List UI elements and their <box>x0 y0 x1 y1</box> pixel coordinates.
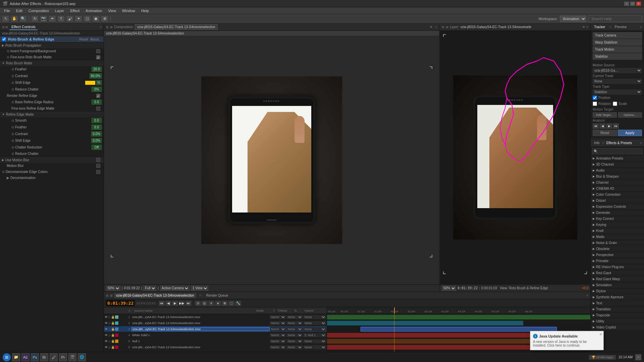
menu-edit[interactable]: Edit <box>13 8 25 13</box>
menu-animation[interactable]: Animation <box>83 8 105 13</box>
stopwatch-chatter-reduction[interactable]: ⊙ <box>11 145 14 149</box>
btn-tl-tool5[interactable]: ⊕ <box>222 301 228 306</box>
value-reduce-chatter[interactable]: 0% <box>92 87 102 92</box>
trkmat-select-4[interactable]: None <box>286 333 303 337</box>
comp-view-select[interactable]: 1 View <box>191 286 208 291</box>
trkmat-select-2[interactable]: None <box>286 321 303 325</box>
solo-icon-6[interactable]: ◎ <box>108 346 111 349</box>
tab-effect-controls[interactable]: Effect Controls <box>9 24 38 30</box>
mode-select-5[interactable]: Normi <box>270 339 286 343</box>
solo-icon-5[interactable]: ◎ <box>108 340 111 343</box>
section-refine-matte[interactable]: ▼ Refine Edge Matte <box>0 112 104 117</box>
checkbox-finetune-roto[interactable]: ✓ <box>96 55 100 59</box>
select-track-type[interactable]: Stabilize <box>593 89 642 95</box>
value-contrast[interactable]: 80.0% <box>90 73 102 78</box>
comp-viewer-tab[interactable]: vzw-j8016-GalaxyS4-EC-Track 13-S4moviese… <box>135 24 218 30</box>
section-propagation[interactable]: ▶ Roto Brush Propagation <box>0 43 104 48</box>
tool-brush[interactable]: 🖌 <box>66 15 73 22</box>
lock-icon-5[interactable]: 🔒 <box>111 340 115 343</box>
stopwatch-smooth[interactable]: ⊙ <box>11 119 14 122</box>
btn-go-start[interactable]: ⏮ <box>159 301 165 306</box>
value-base-refine-radius[interactable]: 0.0 <box>92 100 102 105</box>
tool-rotate[interactable]: ↻ <box>31 15 39 22</box>
layer-parent-6[interactable]: None <box>303 345 327 349</box>
eye-icon-6[interactable]: 👁 <box>105 346 108 349</box>
close-button[interactable]: ✕ <box>636 1 641 6</box>
layer-mode-2[interactable]: Normi <box>270 321 286 325</box>
effects-search-input[interactable] <box>598 148 641 154</box>
cat-primatte[interactable]: ▶Primatte <box>591 258 644 264</box>
cat-key-correct[interactable]: ▶Key Correct <box>591 216 644 222</box>
stopwatch-decontaminate[interactable]: ⊙ <box>2 170 5 174</box>
layer-name-6[interactable]: vzw-j80...xy54-EC-Track 13-S4movieselect… <box>131 346 270 349</box>
stopwatch-contrast-refine[interactable]: ⊙ <box>11 132 14 136</box>
layer-mode-5[interactable]: Normi <box>270 339 286 343</box>
minimize-button[interactable]: − <box>624 1 629 6</box>
btn-tl-tool3[interactable]: ≡ <box>208 301 214 306</box>
cat-distort[interactable]: ▶Distort <box>591 198 644 204</box>
value-smooth[interactable]: 0.0 <box>92 118 102 123</box>
show-desktop-button[interactable]: □ <box>635 354 641 360</box>
parent-select-6[interactable]: None <box>303 345 326 349</box>
stopwatch-shift-edge-refine[interactable]: ⊙ <box>11 139 14 142</box>
tool-eraser[interactable]: ◻ <box>84 15 91 22</box>
effect-enabled-checkbox[interactable] <box>2 37 6 41</box>
cat-expression-controls[interactable]: ▶Expression Controls <box>591 204 644 210</box>
mode-select-6[interactable]: Normi <box>270 345 286 349</box>
btn-go-end[interactable]: ⏭ <box>185 301 192 306</box>
comp-viewer-close[interactable]: ✕ <box>430 25 432 29</box>
tool-zoom[interactable]: 🔍 <box>19 15 27 22</box>
btn-tracker-apply[interactable]: Apply <box>618 130 642 136</box>
menu-help[interactable]: Help <box>139 8 152 13</box>
select-motion-source[interactable]: vzw-j8016-Ga... <box>593 68 642 73</box>
layer-trkmat-2[interactable]: None <box>286 321 303 325</box>
taskbar-premiere[interactable]: Pr <box>59 353 67 361</box>
tab-effects-presets[interactable]: Effects & Presets <box>605 140 634 145</box>
mode-select-1[interactable]: Normi <box>270 315 286 319</box>
cat-perspective[interactable]: ▶Perspective <box>591 252 644 258</box>
cat-trapcode[interactable]: ▶Trapcode <box>591 312 644 318</box>
value-chatter-reduction[interactable]: Off <box>92 145 102 150</box>
eye-icon-2[interactable]: 👁 <box>105 321 108 325</box>
solo-icon-4[interactable]: ◎ <box>108 334 111 337</box>
taskbar-bridge[interactable]: Br <box>40 353 48 361</box>
tab-tracker[interactable]: Tracker <box>593 24 607 29</box>
layer-mode-4[interactable]: Normi <box>270 333 286 337</box>
cat-revision[interactable]: ▶RE:Vision Plug-ins <box>591 264 644 270</box>
track-bar-1[interactable] <box>327 315 590 319</box>
layer-parent-1[interactable]: None <box>303 315 327 319</box>
track-bar-2[interactable] <box>327 321 523 325</box>
mode-select-4[interactable]: Normi <box>270 333 286 337</box>
btn-next-frame[interactable]: ▶▶ <box>179 301 185 306</box>
checkbox-finetune-refine[interactable] <box>96 107 100 111</box>
btn-tl-tool4[interactable]: ♦ <box>215 301 221 306</box>
tab-close-comp[interactable]: ✕ <box>198 293 203 298</box>
stopwatch-feather-refine[interactable]: ⊙ <box>11 125 14 129</box>
btn-tl-tool2[interactable]: ◎ <box>202 301 208 306</box>
stopwatch-contrast[interactable]: ⊙ <box>11 74 14 78</box>
cat-cinema4d[interactable]: ▶CINEMA 4D <box>591 186 644 192</box>
comp-quality-select[interactable]: Full <box>143 286 156 291</box>
search-help-input[interactable] <box>588 15 642 22</box>
btn-play[interactable]: ▶ <box>172 301 178 306</box>
lock-icon-6[interactable]: 🔒 <box>111 346 115 349</box>
stopwatch-finetune[interactable]: ⊙ <box>7 55 9 59</box>
menu-window[interactable]: Window <box>119 8 138 13</box>
layer-name-1[interactable]: vzw-j80...xy54-EC-Track 13-S4movieselect… <box>131 315 270 319</box>
tab-timeline-comp[interactable]: vzw-j8016-GalaxyS4-EC-Track 13-S4moviese… <box>114 293 196 298</box>
taskbar-after-effects[interactable]: AE <box>21 353 30 361</box>
cat-text[interactable]: ▶Text <box>591 300 644 306</box>
effect-about-button[interactable]: About... <box>90 38 102 41</box>
trkmat-select-3[interactable]: None <box>286 327 303 331</box>
cat-red-giant-warp[interactable]: ▶Red Giant Warp <box>591 276 644 282</box>
java-notification[interactable]: ✕ i Java Update Available A new version … <box>530 331 604 350</box>
cat-synthetic-aperture[interactable]: ▶Synthetic Aperture <box>591 294 644 300</box>
cat-keying[interactable]: ▶Keying <box>591 222 644 228</box>
menu-file[interactable]: File <box>1 8 13 13</box>
layer-viewer-name[interactable]: vzw-j8016-GalaxyS4-EC-Track 13-S4moviese… <box>461 25 531 29</box>
stopwatch-feather[interactable]: ⊙ <box>11 67 14 71</box>
section-motion-blur[interactable]: ▶ Use Motion Blur <box>0 157 104 163</box>
tool-pen[interactable]: ✒ <box>49 15 56 22</box>
tab-preview[interactable]: Preview <box>613 24 628 29</box>
java-notification-close[interactable]: ✕ <box>599 333 602 336</box>
